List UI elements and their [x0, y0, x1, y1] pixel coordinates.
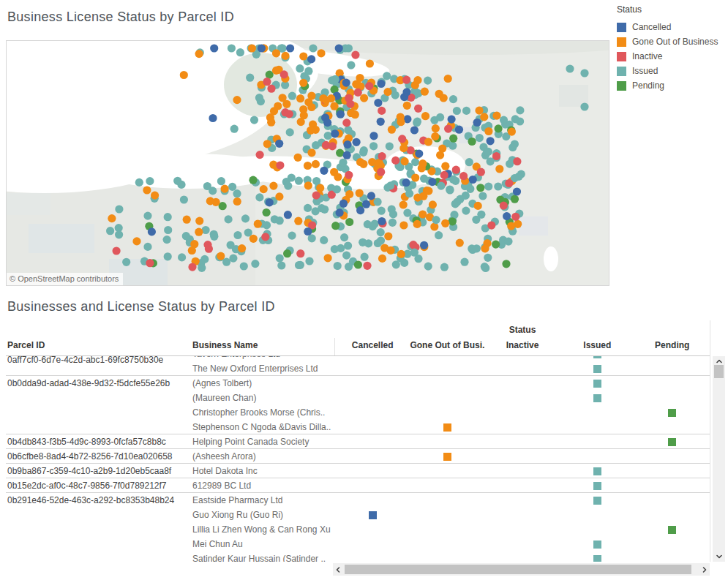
map-point-gone-out-of-business[interactable] [330, 102, 338, 110]
map-point-inactive[interactable] [342, 118, 350, 127]
map-point-gone-out-of-business[interactable] [260, 185, 268, 193]
map-point-gone-out-of-business[interactable] [221, 185, 229, 193]
map-point-gone-out-of-business[interactable] [421, 88, 429, 96]
table-row[interactable]: Christopher Brooks Morse (Chris.. [6, 405, 710, 420]
map-point-gone-out-of-business[interactable] [403, 102, 411, 110]
map-point-gone-out-of-business[interactable] [411, 173, 419, 181]
map-point-gone-out-of-business[interactable] [248, 44, 256, 52]
status-column-header[interactable]: Cancelled [335, 340, 410, 350]
map-point-issued[interactable] [286, 128, 294, 136]
table-row[interactable]: Lillia Li Zhen Wong & Can Rong Xu [6, 522, 710, 537]
map-point-gone-out-of-business[interactable] [380, 244, 389, 252]
table-row[interactable]: 0b291e46-52de-463c-a292-bc8353b48b24East… [6, 493, 710, 508]
map-point-cancelled[interactable] [362, 200, 370, 208]
map-point-issued[interactable] [484, 148, 492, 156]
map-point-pending[interactable] [331, 222, 339, 230]
table-row[interactable]: Mei Chun Au [6, 537, 710, 551]
map-point-gone-out-of-business[interactable] [304, 181, 312, 189]
map-point-gone-out-of-business[interactable] [413, 76, 421, 84]
map-point-gone-out-of-business[interactable] [424, 187, 432, 195]
map-point-gone-out-of-business[interactable] [195, 217, 203, 225]
map-point-issued[interactable] [432, 216, 440, 224]
scroll-down-button[interactable] [713, 551, 725, 562]
map-point-issued[interactable] [386, 142, 394, 150]
map-point-pending[interactable] [345, 218, 353, 226]
map-point-issued[interactable] [143, 212, 151, 220]
map-point-gone-out-of-business[interactable] [312, 160, 320, 168]
map-point-issued[interactable] [250, 116, 258, 124]
map-point-gone-out-of-business[interactable] [366, 59, 374, 67]
map-point-gone-out-of-business[interactable] [266, 113, 274, 121]
legend-item[interactable]: Pending [617, 78, 727, 93]
map-point-pending[interactable] [336, 149, 344, 157]
map-point-gone-out-of-business[interactable] [401, 157, 409, 165]
map-point-gone-out-of-business[interactable] [151, 192, 159, 200]
map-point-pending[interactable] [492, 241, 500, 249]
map-point-issued[interactable] [453, 107, 461, 115]
map-point-inactive[interactable] [444, 125, 452, 133]
map-point-gone-out-of-business[interactable] [359, 160, 367, 168]
map-point-gone-out-of-business[interactable] [322, 96, 330, 104]
table-row[interactable]: Guo Xiong Ru (Guo Ri) [6, 508, 710, 522]
map-point-issued[interactable] [465, 158, 473, 166]
table-row[interactable]: The New Oxford Enterprises Ltd [6, 361, 710, 376]
map-point-issued[interactable] [378, 207, 386, 215]
map-point-issued[interactable] [251, 260, 259, 268]
map-point-gone-out-of-business[interactable] [430, 222, 438, 230]
map-point-inactive[interactable] [285, 110, 293, 118]
map-point-issued[interactable] [163, 236, 171, 244]
map-point-gone-out-of-business[interactable] [441, 162, 449, 170]
map-point-gone-out-of-business[interactable] [183, 216, 191, 224]
map-point-issued[interactable] [295, 177, 303, 185]
map-point-issued[interactable] [476, 134, 484, 142]
status-mark-issued[interactable] [593, 482, 601, 490]
map-point-inactive[interactable] [280, 70, 288, 78]
map-point-gone-out-of-business[interactable] [299, 105, 307, 113]
map-point-cancelled[interactable] [455, 126, 463, 134]
map-point-gone-out-of-business[interactable] [238, 244, 246, 252]
map-point-gone-out-of-business[interactable] [143, 186, 151, 194]
map-point-issued[interactable] [180, 195, 188, 203]
map-point-issued[interactable] [164, 252, 172, 260]
map-point-cancelled[interactable] [402, 88, 410, 96]
map-point-issued[interactable] [466, 185, 474, 193]
map-point-gone-out-of-business[interactable] [492, 112, 500, 120]
map-point-inactive[interactable] [378, 107, 386, 115]
map-point-gone-out-of-business[interactable] [475, 107, 483, 115]
map-point-issued[interactable] [164, 226, 172, 234]
map-point-inactive[interactable] [414, 105, 422, 113]
map-point-gone-out-of-business[interactable] [274, 102, 282, 110]
map-point-cancelled[interactable] [503, 212, 511, 220]
map-point-issued[interactable] [309, 44, 317, 52]
map-point-cancelled[interactable] [275, 140, 283, 148]
map-point-gone-out-of-business[interactable] [481, 244, 489, 252]
map-point-inactive[interactable] [276, 161, 284, 169]
status-mark-pending[interactable] [668, 409, 676, 417]
status-mark-issued[interactable] [593, 497, 601, 505]
map-point-pending[interactable] [249, 176, 257, 184]
map-point-gone-out-of-business[interactable] [190, 240, 198, 248]
map-point-issued[interactable] [182, 232, 190, 240]
map-point-cancelled[interactable] [210, 44, 218, 52]
map-point-issued[interactable] [203, 182, 211, 190]
map-point-issued[interactable] [277, 261, 285, 269]
map-point-gone-out-of-business[interactable] [356, 189, 364, 197]
map-point-issued[interactable] [320, 236, 328, 244]
status-column-header[interactable]: Inactive [485, 340, 560, 350]
map-point-gone-out-of-business[interactable] [307, 103, 315, 111]
parcel-id-header[interactable]: Parcel ID [7, 340, 45, 350]
map-point-issued[interactable] [484, 182, 492, 190]
map-point-issued[interactable] [566, 64, 574, 72]
map-point-issued[interactable] [388, 205, 396, 213]
map-point-inactive[interactable] [312, 192, 320, 200]
scroll-right-button[interactable] [699, 563, 710, 576]
map-point-gone-out-of-business[interactable] [317, 49, 325, 57]
map-point-cancelled[interactable] [342, 79, 350, 87]
map-point-issued[interactable] [305, 257, 313, 265]
map-point-inactive[interactable] [354, 88, 362, 97]
map-point-gone-out-of-business[interactable] [429, 200, 437, 208]
map-point-gone-out-of-business[interactable] [195, 228, 203, 236]
map-point-issued[interactable] [210, 233, 218, 241]
map-point-inactive[interactable] [345, 171, 353, 179]
map-point-cancelled[interactable] [374, 99, 382, 107]
